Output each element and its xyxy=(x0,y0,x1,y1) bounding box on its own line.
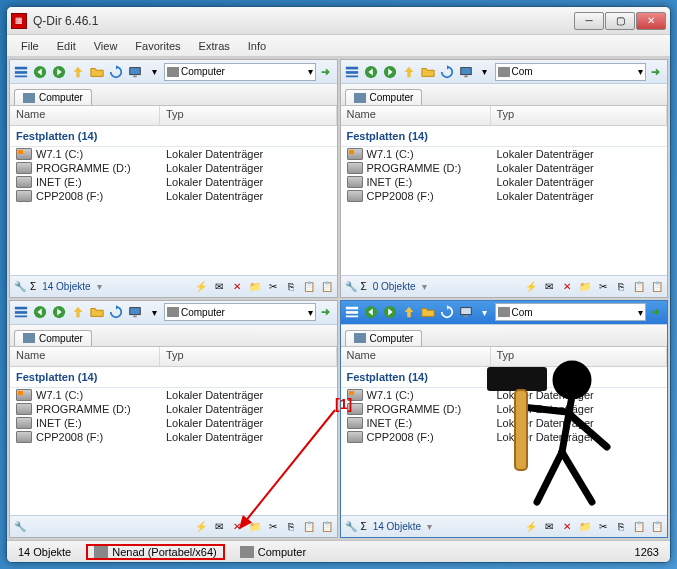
dropdown-icon[interactable]: ▾ xyxy=(145,303,163,321)
forward-icon[interactable] xyxy=(50,63,68,81)
back-icon[interactable] xyxy=(31,63,49,81)
up-icon[interactable] xyxy=(69,63,87,81)
list-item[interactable]: INET (E:)Lokaler Datenträger xyxy=(341,416,668,430)
delete-icon[interactable]: ✕ xyxy=(229,278,245,294)
paste-icon[interactable]: 📋 xyxy=(301,519,317,535)
column-name[interactable]: Name xyxy=(10,106,160,125)
list-item[interactable]: INET (E:)Lokaler Datenträger xyxy=(341,175,668,189)
bolt-icon[interactable]: ⚡ xyxy=(193,519,209,535)
mail-icon[interactable]: ✉ xyxy=(541,519,557,535)
column-name[interactable]: Name xyxy=(341,347,491,366)
bolt-icon[interactable]: ⚡ xyxy=(193,278,209,294)
close-button[interactable]: ✕ xyxy=(636,12,666,30)
menu-extras[interactable]: Extras xyxy=(191,38,238,54)
back-icon[interactable] xyxy=(31,303,49,321)
list-body[interactable]: Festplatten (14) W7.1 (C:)Lokaler Datent… xyxy=(341,367,668,516)
copy-icon[interactable]: ⎘ xyxy=(283,278,299,294)
group-header[interactable]: Festplatten (14) xyxy=(341,126,668,147)
copy-icon[interactable]: ⎘ xyxy=(613,278,629,294)
cut-icon[interactable]: ✂ xyxy=(595,278,611,294)
list-item[interactable]: CPP2008 (F:)Lokaler Datenträger xyxy=(341,189,668,203)
monitor-icon[interactable] xyxy=(126,63,144,81)
column-typ[interactable]: Typ xyxy=(160,347,337,366)
copy-icon[interactable]: ⎘ xyxy=(613,519,629,535)
paste-shortcut-icon[interactable]: 📋 xyxy=(319,519,335,535)
column-name[interactable]: Name xyxy=(10,347,160,366)
column-typ[interactable]: Typ xyxy=(491,106,668,125)
address-bar[interactable]: Com▾ xyxy=(495,63,647,81)
pane-3[interactable]: ▾ Computer▾ Computer Name Typ Festplatte… xyxy=(9,300,338,539)
list-body[interactable]: Festplatten (14) W7.1 (C:)Lokaler Datent… xyxy=(10,126,337,275)
dropdown-icon[interactable]: ▾ xyxy=(145,63,163,81)
list-item[interactable]: INET (E:)Lokaler Datenträger xyxy=(10,175,337,189)
list-body[interactable]: Festplatten (14) W7.1 (C:)Lokaler Datent… xyxy=(341,126,668,275)
pane-1[interactable]: ▾ Computer▾ Computer Name Typ Festplatte… xyxy=(9,59,338,298)
up-icon[interactable] xyxy=(400,303,418,321)
paste-shortcut-icon[interactable]: 📋 xyxy=(649,519,665,535)
bolt-icon[interactable]: ⚡ xyxy=(523,519,539,535)
refresh-icon[interactable] xyxy=(438,63,456,81)
paste-shortcut-icon[interactable]: 📋 xyxy=(319,278,335,294)
column-name[interactable]: Name xyxy=(341,106,491,125)
list-item[interactable]: CPP2008 (F:)Lokaler Datenträger xyxy=(341,430,668,444)
address-bar[interactable]: Computer▾ xyxy=(164,63,316,81)
group-header[interactable]: Festplatten (14) xyxy=(10,367,337,388)
list-item[interactable]: W7.1 (C:)Lokaler Datenträger xyxy=(10,147,337,161)
column-typ[interactable]: Typ xyxy=(491,347,668,366)
copy-icon[interactable]: ⎘ xyxy=(283,519,299,535)
paste-icon[interactable]: 📋 xyxy=(631,519,647,535)
wrench-icon[interactable]: 🔧 xyxy=(12,278,28,294)
folder-icon[interactable] xyxy=(419,63,437,81)
folder-icon[interactable]: 📁 xyxy=(577,519,593,535)
paste-icon[interactable]: 📋 xyxy=(631,278,647,294)
monitor-icon[interactable] xyxy=(457,63,475,81)
forward-icon[interactable] xyxy=(50,303,68,321)
menu-edit[interactable]: Edit xyxy=(49,38,84,54)
group-header[interactable]: Festplatten (14) xyxy=(341,367,668,388)
menu-view[interactable]: View xyxy=(86,38,126,54)
forward-icon[interactable] xyxy=(381,63,399,81)
menu-info[interactable]: Info xyxy=(240,38,274,54)
up-icon[interactable] xyxy=(69,303,87,321)
back-icon[interactable] xyxy=(362,303,380,321)
list-item[interactable]: CPP2008 (F:)Lokaler Datenträger xyxy=(10,189,337,203)
list-item[interactable]: PROGRAMME (D:)Lokaler Datenträger xyxy=(10,402,337,416)
paste-icon[interactable]: 📋 xyxy=(301,278,317,294)
folder-icon[interactable]: 📁 xyxy=(247,519,263,535)
wrench-icon[interactable]: 🔧 xyxy=(343,519,359,535)
go-icon[interactable] xyxy=(647,303,665,321)
go-icon[interactable] xyxy=(317,303,335,321)
folder-icon[interactable] xyxy=(88,303,106,321)
paste-shortcut-icon[interactable]: 📋 xyxy=(649,278,665,294)
refresh-icon[interactable] xyxy=(107,63,125,81)
address-bar[interactable]: Com▾ xyxy=(495,303,647,321)
folder-icon[interactable] xyxy=(419,303,437,321)
back-icon[interactable] xyxy=(362,63,380,81)
view-list-icon[interactable] xyxy=(343,63,361,81)
menu-favorites[interactable]: Favorites xyxy=(127,38,188,54)
cut-icon[interactable]: ✂ xyxy=(595,519,611,535)
column-typ[interactable]: Typ xyxy=(160,106,337,125)
view-list-icon[interactable] xyxy=(343,303,361,321)
go-icon[interactable] xyxy=(317,63,335,81)
mail-icon[interactable]: ✉ xyxy=(211,519,227,535)
refresh-icon[interactable] xyxy=(438,303,456,321)
monitor-icon[interactable] xyxy=(457,303,475,321)
refresh-icon[interactable] xyxy=(107,303,125,321)
tab-computer[interactable]: Computer xyxy=(345,330,423,346)
list-item[interactable]: CPP2008 (F:)Lokaler Datenträger xyxy=(10,430,337,444)
view-list-icon[interactable] xyxy=(12,63,30,81)
forward-icon[interactable] xyxy=(381,303,399,321)
list-item[interactable]: W7.1 (C:)Lokaler Datenträger xyxy=(341,147,668,161)
folder-icon[interactable]: 📁 xyxy=(577,278,593,294)
maximize-button[interactable]: ▢ xyxy=(605,12,635,30)
titlebar[interactable]: ▦ Q-Dir 6.46.1 ─ ▢ ✕ xyxy=(7,7,670,35)
folder-icon[interactable]: 📁 xyxy=(247,278,263,294)
folder-icon[interactable] xyxy=(88,63,106,81)
group-header[interactable]: Festplatten (14) xyxy=(10,126,337,147)
tab-computer[interactable]: Computer xyxy=(345,89,423,105)
delete-icon[interactable]: ✕ xyxy=(559,278,575,294)
list-item[interactable]: INET (E:)Lokaler Datenträger xyxy=(10,416,337,430)
mail-icon[interactable]: ✉ xyxy=(541,278,557,294)
go-icon[interactable] xyxy=(647,63,665,81)
